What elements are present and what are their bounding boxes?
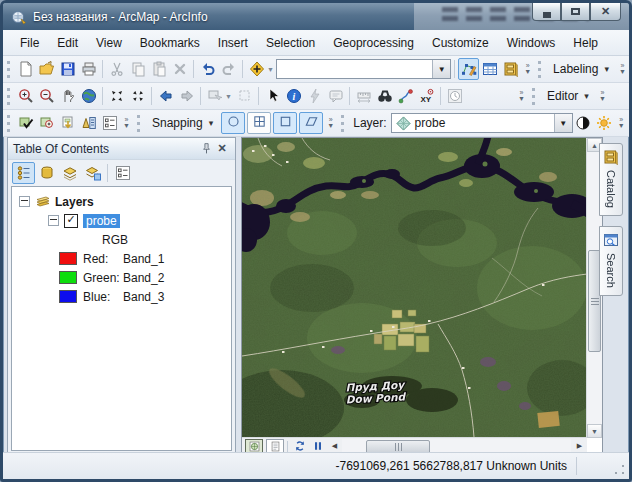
minimize-button[interactable] xyxy=(532,3,561,21)
scroll-right-arrow[interactable]: ▶ xyxy=(572,439,587,453)
find-button[interactable] xyxy=(374,85,395,107)
blue-band-swatch[interactable] xyxy=(59,290,77,303)
identify-button[interactable]: i xyxy=(283,85,304,107)
list-by-source-button[interactable] xyxy=(35,162,58,184)
time-slider-button[interactable] xyxy=(444,85,465,107)
html-popup-button[interactable] xyxy=(325,85,346,107)
close-button[interactable]: ✕ xyxy=(590,3,621,21)
probe-expander[interactable] xyxy=(48,215,59,226)
refresh-view-button[interactable] xyxy=(291,439,309,453)
contrast-button[interactable] xyxy=(573,112,594,134)
attribute-table-button[interactable] xyxy=(479,58,500,80)
find-route-button[interactable] xyxy=(395,85,416,107)
cut-button[interactable] xyxy=(106,58,127,80)
point-snapping-toggle[interactable] xyxy=(221,112,245,134)
edge-snapping-toggle[interactable] xyxy=(299,112,323,134)
toolbar-grip[interactable] xyxy=(7,61,10,78)
layer-zoom-button[interactable] xyxy=(36,112,57,134)
layout-view-button[interactable] xyxy=(266,439,284,453)
tools-grip[interactable] xyxy=(7,88,10,105)
clear-selection-button[interactable] xyxy=(234,85,255,107)
labeling-toolbar-grip[interactable] xyxy=(538,61,541,78)
add-data-button[interactable] xyxy=(246,58,267,80)
select-features-button[interactable] xyxy=(204,85,225,107)
snapping-overflow[interactable]: »▼ xyxy=(324,113,337,133)
layer-properties-button[interactable] xyxy=(78,112,99,134)
paste-button[interactable] xyxy=(148,58,169,80)
brightness-button[interactable] xyxy=(594,112,615,134)
arccatalog-button[interactable] xyxy=(500,58,521,80)
probe-visibility-checkbox[interactable] xyxy=(64,214,78,228)
search-tab[interactable]: Search xyxy=(599,226,623,296)
scroll-down-arrow[interactable]: ▼ xyxy=(587,424,602,438)
vertex-snapping-toggle[interactable] xyxy=(273,112,297,134)
map-scale-combo[interactable]: ▼ xyxy=(276,59,452,79)
red-band-swatch[interactable] xyxy=(59,252,77,265)
effects-layer-dropdown-arrow[interactable]: ▼ xyxy=(554,114,572,132)
list-by-selection-button[interactable] xyxy=(81,162,104,184)
zoom-out-button[interactable] xyxy=(36,85,57,107)
layer-check-button[interactable] xyxy=(15,112,36,134)
delete-button[interactable] xyxy=(169,58,190,80)
scroll-left-arrow[interactable]: ◀ xyxy=(327,439,342,453)
new-map-button[interactable] xyxy=(15,58,36,80)
undo-button[interactable] xyxy=(197,58,218,80)
map-horizontal-scrollbar[interactable] xyxy=(342,439,571,453)
editor-toolbar-grip[interactable] xyxy=(532,88,535,105)
save-button[interactable] xyxy=(57,58,78,80)
green-band-swatch[interactable] xyxy=(59,271,77,284)
copy-button[interactable] xyxy=(127,58,148,80)
list-by-drawing-order-button[interactable] xyxy=(12,162,35,184)
list-by-visibility-button[interactable] xyxy=(58,162,81,184)
data-view-button[interactable] xyxy=(245,439,263,453)
image-toolbar-grip[interactable] xyxy=(7,115,10,132)
title-bar[interactable]: Без названия - ArcMap - ArcInfo ✕ xyxy=(3,3,629,30)
toc-options-button[interactable] xyxy=(111,162,134,184)
menu-geoprocessing[interactable]: Geoprocessing xyxy=(324,32,423,54)
pause-drawing-button[interactable] xyxy=(309,439,327,453)
maximize-button[interactable] xyxy=(561,3,590,21)
catalog-tab[interactable]: Catalog xyxy=(599,143,623,216)
effects-overflow[interactable]: »▼ xyxy=(615,113,628,133)
fixed-zoom-out-button[interactable] xyxy=(127,85,148,107)
image-toolbar-overflow[interactable]: »▼ xyxy=(120,113,133,133)
effects-toolbar-grip[interactable] xyxy=(341,115,344,132)
menu-bookmarks[interactable]: Bookmarks xyxy=(131,32,209,54)
layers-expander[interactable] xyxy=(19,196,30,207)
menu-edit[interactable]: Edit xyxy=(48,32,87,54)
print-button[interactable] xyxy=(78,58,99,80)
options-list-button[interactable] xyxy=(99,112,120,134)
toolbar-overflow[interactable]: »▼ xyxy=(521,59,534,79)
menu-help[interactable]: Help xyxy=(564,32,607,54)
go-to-xy-button[interactable]: XY xyxy=(416,85,437,107)
add-data-dropdown[interactable]: ▼ xyxy=(267,58,276,80)
redo-button[interactable] xyxy=(218,58,239,80)
forward-extent-button[interactable] xyxy=(176,85,197,107)
menu-insert[interactable]: Insert xyxy=(209,32,257,54)
layers-node-label[interactable]: Layers xyxy=(55,195,94,209)
back-extent-button[interactable] xyxy=(155,85,176,107)
fixed-zoom-in-button[interactable] xyxy=(106,85,127,107)
zoom-in-button[interactable] xyxy=(15,85,36,107)
menu-file[interactable]: File xyxy=(11,32,48,54)
toc-close-button[interactable]: ✕ xyxy=(214,141,230,157)
snapping-toolbar-grip[interactable] xyxy=(137,115,140,132)
scale-dropdown-arrow[interactable]: ▼ xyxy=(432,60,450,78)
labeling-menu[interactable]: Labeling xyxy=(546,58,616,80)
full-extent-button[interactable] xyxy=(78,85,99,107)
menu-windows[interactable]: Windows xyxy=(498,32,565,54)
select-elements-button[interactable] xyxy=(262,85,283,107)
pan-button[interactable] xyxy=(57,85,78,107)
probe-layer-label[interactable]: probe xyxy=(83,214,120,228)
layer-export-button[interactable] xyxy=(57,112,78,134)
end-snapping-toggle[interactable] xyxy=(247,112,271,134)
editor-sketch-button[interactable] xyxy=(458,58,479,80)
menu-selection[interactable]: Selection xyxy=(257,32,324,54)
editor-overflow[interactable]: »▼ xyxy=(596,86,609,106)
labeling-overflow[interactable]: »▼ xyxy=(616,59,629,79)
hyperlink-button[interactable] xyxy=(304,85,325,107)
tools-overflow[interactable]: »▼ xyxy=(515,86,528,106)
menu-customize[interactable]: Customize xyxy=(423,32,498,54)
pin-button[interactable] xyxy=(198,141,214,157)
effects-layer-combo[interactable]: probe ▼ xyxy=(391,113,573,133)
